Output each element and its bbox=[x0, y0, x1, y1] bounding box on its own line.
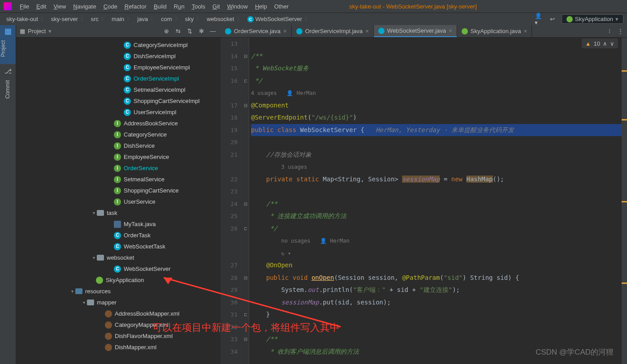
tree-row[interactable]: CUserServiceImpl bbox=[16, 107, 221, 118]
editor-tab[interactable]: OrderService.java× bbox=[221, 25, 292, 37]
java-file-icon bbox=[114, 221, 121, 228]
line-gutter[interactable]: 1314151617181920212223242526272829303132… bbox=[221, 38, 242, 364]
select-opened-file-icon[interactable]: ⊕ bbox=[162, 27, 170, 35]
tree-row[interactable]: CSetmealServiceImpl bbox=[16, 84, 221, 95]
tree-row[interactable]: DishFlavorMapper.xml bbox=[16, 330, 221, 342]
menu-refactor[interactable]: Refactor bbox=[121, 3, 150, 10]
tree-row[interactable]: IEmployeeService bbox=[16, 151, 221, 163]
menu-navigate[interactable]: Navigate bbox=[69, 3, 99, 10]
tree-row[interactable]: CategoryMapper.xml bbox=[16, 319, 221, 330]
xml-icon bbox=[105, 344, 112, 351]
breadcrumb-item[interactable]: sky bbox=[182, 16, 204, 22]
tree-row[interactable]: ISetmealService bbox=[16, 174, 221, 185]
tree-row[interactable]: AddressBookMapper.xml bbox=[16, 308, 221, 319]
fold-column[interactable]: ⊟⊏⊟⊟⊏⊟⊏⊟ bbox=[242, 38, 249, 364]
editor-tab[interactable]: WebSocketServer.java× bbox=[374, 25, 457, 37]
folder-icon bbox=[97, 210, 104, 216]
breadcrumb-item[interactable]: com bbox=[158, 16, 182, 22]
menu-edit[interactable]: Edit bbox=[33, 3, 50, 10]
tab-list-icon[interactable]: ⁝ bbox=[605, 25, 614, 37]
editor-tab[interactable]: OrderServiceImpl.java× bbox=[292, 25, 374, 37]
menu-help[interactable]: Help bbox=[251, 3, 271, 10]
tree-row[interactable]: IShoppingCartService bbox=[16, 185, 221, 196]
collapse-all-icon[interactable]: ⇅ bbox=[186, 27, 194, 35]
back-icon[interactable]: ↩ bbox=[548, 15, 557, 24]
close-tab-icon[interactable]: × bbox=[283, 28, 287, 34]
tree-row[interactable]: IOrderService bbox=[16, 163, 221, 174]
xml-icon bbox=[105, 310, 112, 317]
app-logo-icon bbox=[4, 2, 12, 10]
sidebar-title[interactable]: ▦ Project ▾ bbox=[20, 28, 52, 34]
interface-icon: I bbox=[114, 131, 121, 138]
tree-row[interactable]: ICategoryService bbox=[16, 129, 221, 140]
tree-row[interactable]: SkyApplication bbox=[16, 274, 221, 286]
run-configuration[interactable]: SkyApplication ▾ bbox=[562, 14, 623, 24]
tree-item-label: ShoppingCartServiceImpl bbox=[134, 98, 199, 104]
breadcrumb-item[interactable]: src bbox=[88, 16, 109, 22]
menu-tools[interactable]: Tools bbox=[188, 3, 209, 10]
expand-all-icon[interactable]: ⇆ bbox=[174, 27, 182, 35]
code-content[interactable]: /** * WebSocket服务 */4 usages 👤 HerMan@Co… bbox=[249, 38, 622, 364]
tree-row[interactable]: COrderServiceImpl bbox=[16, 73, 221, 84]
menu-view[interactable]: View bbox=[50, 3, 69, 10]
menu-other[interactable]: Other bbox=[271, 3, 293, 10]
tree-row[interactable]: CEmployeeServiceImpl bbox=[16, 62, 221, 73]
tab-more-icon[interactable]: ⋮ bbox=[614, 25, 627, 37]
tree-row[interactable]: ▾task bbox=[16, 207, 221, 218]
tree-row[interactable]: ▾websocket bbox=[16, 252, 221, 263]
tree-item-label: AddressBookService bbox=[124, 120, 178, 127]
tree-item-label: SkyApplication bbox=[106, 277, 144, 283]
chevron-down-icon: ▾ bbox=[48, 28, 52, 34]
project-tool-button[interactable]: Project bbox=[0, 25, 16, 64]
tree-row[interactable]: ▾mapper bbox=[16, 297, 221, 308]
tree-row[interactable]: IAddressBookService bbox=[16, 118, 221, 129]
tree-row[interactable]: COrderTask bbox=[16, 230, 221, 241]
tree-item-label: EmployeeService bbox=[124, 154, 169, 160]
spring-icon bbox=[566, 16, 573, 22]
chevron-down-icon[interactable]: ∨ bbox=[610, 40, 614, 47]
class-icon: C bbox=[114, 243, 121, 250]
tree-row[interactable]: CShoppingCartServiceImpl bbox=[16, 95, 221, 107]
editor-tabs: OrderService.java×OrderServiceImpl.java×… bbox=[221, 25, 627, 38]
breadcrumb-item[interactable]: sky-take-out bbox=[4, 16, 48, 22]
chevron-up-icon[interactable]: ∧ bbox=[603, 40, 607, 47]
tree-row[interactable]: CCategoryServiceImpl bbox=[16, 39, 221, 51]
tree-item-label: WebSocketServer bbox=[124, 266, 171, 272]
tree-row[interactable]: IUserService bbox=[16, 196, 221, 207]
breadcrumb-item[interactable]: websocket bbox=[204, 16, 244, 22]
settings-icon[interactable]: ✻ bbox=[197, 27, 205, 35]
close-tab-icon[interactable]: × bbox=[449, 27, 452, 34]
inspection-widget[interactable]: ▲ 10 ∧ ∨ bbox=[582, 39, 618, 48]
breadcrumb-item[interactable]: CWebSocketServer bbox=[245, 16, 313, 22]
close-tab-icon[interactable]: × bbox=[365, 28, 369, 34]
breadcrumb-item[interactable]: java bbox=[134, 16, 158, 22]
tree-item-label: OrderTask bbox=[124, 232, 151, 239]
error-stripe[interactable] bbox=[622, 38, 627, 364]
tree-row[interactable]: CDishServiceImpl bbox=[16, 51, 221, 62]
tree-row[interactable]: ▾resources bbox=[16, 286, 221, 297]
menu-run[interactable]: Run bbox=[170, 3, 188, 10]
editor-tab[interactable]: SkyApplication.java× bbox=[457, 25, 532, 37]
tree-row[interactable]: MyTask.java bbox=[16, 218, 221, 230]
tree-row[interactable]: IDishService bbox=[16, 140, 221, 151]
project-tree[interactable]: CCategoryServiceImplCDishServiceImplCEmp… bbox=[16, 38, 221, 364]
menu-window[interactable]: Window bbox=[224, 3, 251, 10]
menu-build[interactable]: Build bbox=[150, 3, 170, 10]
breadcrumb-item[interactable]: main bbox=[109, 16, 134, 22]
user-icon[interactable]: 👤▾ bbox=[535, 15, 544, 24]
editor-body[interactable]: 1314151617181920212223242526272829303132… bbox=[221, 38, 627, 364]
tree-row[interactable]: DishMapper.xml bbox=[16, 342, 221, 353]
close-tab-icon[interactable]: × bbox=[523, 28, 527, 34]
hide-icon[interactable]: — bbox=[209, 27, 217, 35]
menu-file[interactable]: File bbox=[16, 3, 33, 10]
resources-folder-icon bbox=[75, 288, 82, 294]
interface-icon: I bbox=[114, 176, 121, 183]
menu-code[interactable]: Code bbox=[100, 3, 121, 10]
commit-tool-button[interactable]: ⎇ Commit bbox=[4, 64, 12, 106]
menu-git[interactable]: Git bbox=[209, 3, 224, 10]
interface-icon: I bbox=[114, 142, 121, 150]
tree-item-label: MyTask.java bbox=[124, 221, 156, 227]
tree-row[interactable]: CWebSocketTask bbox=[16, 241, 221, 252]
tree-row[interactable]: CWebSocketServer bbox=[16, 263, 221, 274]
breadcrumb-item[interactable]: sky-server bbox=[48, 16, 88, 22]
